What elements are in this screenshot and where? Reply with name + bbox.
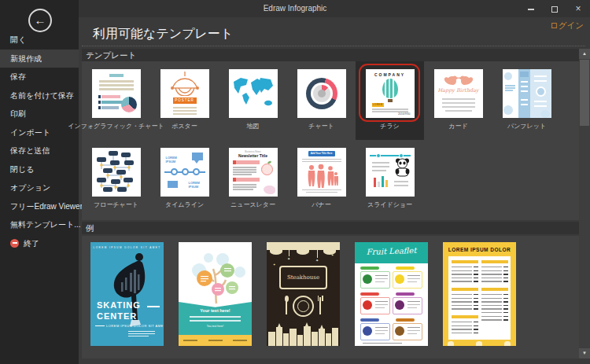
ornament-art xyxy=(167,71,203,96)
speech-bubble-icon xyxy=(192,153,203,160)
flowchart-icon xyxy=(92,148,141,197)
exit-icon xyxy=(10,239,19,248)
template-card[interactable]: Happy Birthday カード xyxy=(424,61,492,140)
flyer-thumbnail: COMPANY LOREM 2016/9/30 xyxy=(366,69,415,118)
template-label: ニュースレター xyxy=(230,200,275,209)
template-poster[interactable]: POSTER ポスター xyxy=(150,61,219,140)
scroll-down-button[interactable]: ▼ xyxy=(579,348,590,358)
sidebar-item-import[interactable]: インポート xyxy=(0,123,79,142)
template-newsletter[interactable]: Business News Newsletter Title ニュースレター xyxy=(219,140,287,209)
template-label: チラシ xyxy=(380,122,400,131)
template-flowchart[interactable]: フローチャート xyxy=(82,140,150,209)
back-button[interactable]: ← xyxy=(28,9,52,32)
note-box-icon xyxy=(168,181,178,188)
banner-button: Add Your Title Here xyxy=(308,151,335,156)
sidebar-item-free-viewer[interactable]: フリーEdraw Viewer xyxy=(0,197,79,216)
world-map-icon xyxy=(229,69,278,118)
minimize-button[interactable] xyxy=(519,0,543,17)
template-brochure[interactable]: パンフレット xyxy=(492,61,561,140)
apple-icon xyxy=(261,164,273,175)
sidebar-item-options[interactable]: オプション xyxy=(0,178,79,197)
poster-title-line1: SKATING xyxy=(97,300,141,310)
templates-row-1: インフォグラフィック・チャート POSTER xyxy=(82,61,561,140)
close-button[interactable]: × xyxy=(566,0,590,17)
birds-icon xyxy=(443,74,474,87)
poster-thumbnail: POSTER xyxy=(160,69,209,118)
flyer-badge: LOREM xyxy=(372,103,384,107)
brochure-thumbnail xyxy=(503,69,551,118)
template-label: ポスター xyxy=(171,122,197,131)
template-flyer-selected[interactable]: COMPANY LOREM 2016/9/30 チラシ xyxy=(356,61,424,140)
back-arrow-icon: ← xyxy=(35,13,46,27)
flowchart-thumbnail xyxy=(92,148,141,197)
family-silhouette-icon xyxy=(305,164,338,188)
sidebar-item-save[interactable]: 保存 xyxy=(0,68,79,86)
fork-icon xyxy=(319,297,321,314)
sidebar-item-open[interactable]: 開く xyxy=(0,31,79,50)
template-banner[interactable]: Add Your Title Here バナー xyxy=(287,140,356,209)
scrollbar-thumb[interactable] xyxy=(580,60,589,126)
scroll-up-button[interactable]: ▲ xyxy=(579,49,590,59)
minimize-icon xyxy=(528,9,534,10)
sidebar-item-save-send[interactable]: 保存と送信 xyxy=(0,142,79,160)
sidebar-menu: 開く 新規作成 保存 名前を付けて保存 印刷 インポート 保存と送信 閉じる オ… xyxy=(0,31,79,252)
login-link[interactable]: ログイン xyxy=(550,20,584,31)
tree-art xyxy=(179,248,252,305)
example-steakhouse-poster[interactable]: ✦ ✦ ✦ ✦ Steakhouse xyxy=(267,242,340,346)
sidebar-item-new[interactable]: 新規作成 xyxy=(0,50,79,68)
hot-air-balloon-icon xyxy=(382,79,398,98)
template-label: スライドショー xyxy=(367,200,412,209)
timeline-thumbnail: LOREM IPSUM LOREM IPSUM xyxy=(160,148,209,197)
template-label: タイムライン xyxy=(165,200,204,209)
skyline-art xyxy=(267,322,340,346)
examples-section-header: 例 xyxy=(82,222,579,234)
examples-panel: LOREM IPSUM DOLOR SIT AMET SKATING CENTE… xyxy=(82,236,579,358)
template-timeline[interactable]: LOREM IPSUM LOREM IPSUM タイムライン xyxy=(150,140,219,209)
pie-chart-icon xyxy=(121,97,137,112)
card-script-text: Happy Birthday xyxy=(434,87,483,94)
example-fruit-leaflet[interactable]: Fruit Leaflet xyxy=(355,242,428,346)
templates-panel: インフォグラフィック・チャート POSTER xyxy=(82,61,579,220)
sidebar-item-print[interactable]: 印刷 xyxy=(0,105,79,123)
poster-cta-small: You text here! xyxy=(179,325,252,328)
example-menu-poster[interactable]: LOREM IPSUM DOLOR xyxy=(443,242,516,346)
header-divider xyxy=(82,46,585,46)
template-infographic-chart[interactable]: インフォグラフィック・チャート xyxy=(82,61,150,140)
template-label: 地図 xyxy=(247,122,260,131)
flyer-date: 2016/9/30 xyxy=(398,112,411,116)
poster-banner: POSTER xyxy=(173,97,197,104)
example-tree-poster[interactable]: Your text here! You text here! xyxy=(179,242,252,346)
template-chart[interactable]: チャート xyxy=(287,61,356,140)
window-title: Edraw Infographic xyxy=(0,0,590,17)
sidebar-item-exit[interactable]: 終了 xyxy=(0,234,79,253)
templates-row-2: フローチャート LOREM IPSUM LOREM IPSUM タイムライン xyxy=(82,140,424,209)
app-window: Edraw Infographic × ← 開く 新規作成 保存 名前を付けて保… xyxy=(0,0,590,364)
poster-title-line2: CENTER xyxy=(97,311,137,321)
infographic-chart-thumbnail xyxy=(92,69,141,118)
sidebar-item-free-templates[interactable]: 無料テンプレート... xyxy=(0,215,79,234)
newsletter-title: Newsletter Title xyxy=(229,153,278,158)
poster-title: LOREM IPSUM DOLOR xyxy=(443,247,516,252)
sidebar: ← 開く 新規作成 保存 名前を付けて保存 印刷 インポート 保存と送信 閉じる… xyxy=(0,0,79,364)
template-label: チャート xyxy=(308,122,334,131)
timeline-caption-1: LOREM IPSUM xyxy=(166,156,183,164)
maximize-button[interactable] xyxy=(543,0,566,17)
sidebar-item-save-as[interactable]: 名前を付けて保存 xyxy=(0,86,79,105)
flyer-company-text: COMPANY xyxy=(366,72,415,77)
card-thumbnail: Happy Birthday xyxy=(434,69,483,118)
timeline-caption-2: LOREM IPSUM xyxy=(189,181,206,189)
template-map[interactable]: 地図 xyxy=(219,61,287,140)
slideshow-thumbnail xyxy=(366,148,415,197)
sidebar-item-close[interactable]: 閉じる xyxy=(0,160,79,179)
poster-caption: LOREM IPSUM DOLOR SIT AMET xyxy=(90,246,164,249)
template-slideshow[interactable]: スライドショー xyxy=(356,140,424,209)
map-thumbnail xyxy=(229,69,278,118)
chart-thumbnail xyxy=(297,69,346,118)
poster-subtitle: LOREM IPSUM DOLOR SIT AMET xyxy=(106,324,164,328)
poster-title: Steakhouse xyxy=(279,266,327,289)
exit-label: 終了 xyxy=(24,239,39,248)
maximize-icon xyxy=(551,6,558,13)
newsletter-thumbnail: Business News Newsletter Title xyxy=(229,148,278,197)
example-skating-center[interactable]: LOREM IPSUM DOLOR SIT AMET SKATING CENTE… xyxy=(90,242,164,346)
vertical-scrollbar[interactable]: ▲ ▼ xyxy=(579,49,590,358)
